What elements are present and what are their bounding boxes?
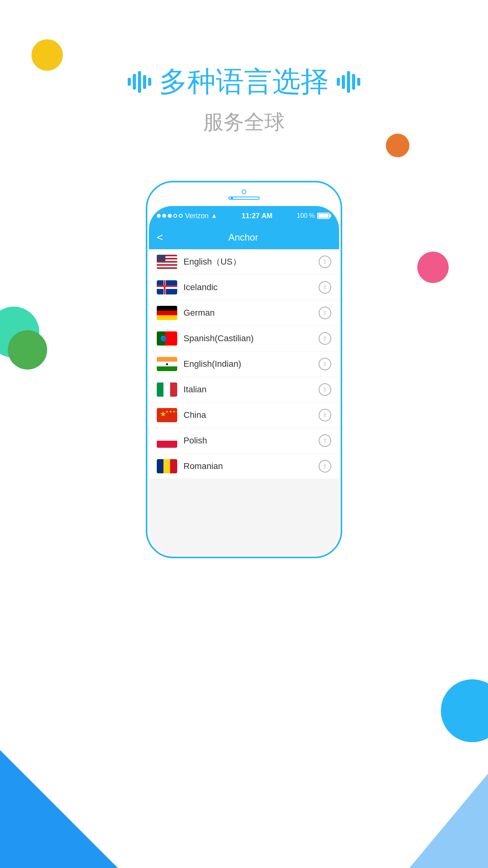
language-item-german[interactable]: German ⇧ bbox=[149, 300, 339, 326]
language-item-english-indian[interactable]: English(Indian) ⇧ bbox=[149, 351, 339, 377]
chevron-up-icon-spanish[interactable]: ⇧ bbox=[319, 332, 331, 345]
phone-speaker bbox=[228, 197, 260, 200]
main-title-text: 多种语言选择 bbox=[159, 63, 329, 101]
language-name-english-us: English（US） bbox=[183, 256, 312, 268]
header-area: 多种语言选择 服务全球 bbox=[0, 63, 488, 136]
language-name-polish: Polish bbox=[183, 436, 312, 446]
back-button[interactable]: < bbox=[157, 231, 163, 244]
flag-cn bbox=[157, 408, 177, 422]
phone-speaker-dot bbox=[231, 197, 233, 199]
battery-tip bbox=[330, 214, 331, 217]
language-item-icelandic[interactable]: Icelandic ⇧ bbox=[149, 275, 339, 300]
flag-us bbox=[157, 255, 177, 269]
signal-dot-4 bbox=[173, 214, 177, 218]
phone-screen: Verizon ▲ 11:27 AM 100 % < Anch bbox=[149, 206, 339, 555]
wave-left-icon bbox=[128, 71, 151, 93]
language-name-romanian: Romanian bbox=[183, 461, 312, 471]
battery-icon bbox=[317, 213, 331, 219]
status-bar: Verizon ▲ 11:27 AM 100 % bbox=[149, 206, 339, 226]
orange-dot-decoration bbox=[386, 134, 409, 157]
carrier-name: Verizon bbox=[185, 212, 209, 220]
signal-dot-2 bbox=[162, 214, 166, 218]
language-name-icelandic: Icelandic bbox=[183, 282, 312, 292]
signal-dot-1 bbox=[157, 214, 161, 218]
status-bar-right: 100 % bbox=[297, 212, 331, 219]
language-name-spanish: Spanish(Castilian) bbox=[183, 333, 312, 344]
blue-circle-decoration bbox=[441, 679, 488, 742]
status-bar-left: Verizon ▲ bbox=[157, 212, 217, 220]
chevron-up-icon-german[interactable]: ⇧ bbox=[319, 307, 331, 319]
language-item-china[interactable]: China ⇧ bbox=[149, 403, 339, 428]
status-time: 11:27 AM bbox=[242, 212, 272, 220]
language-item-romanian[interactable]: Romanian ⇧ bbox=[149, 454, 339, 479]
battery-fill bbox=[318, 214, 328, 218]
phone-frame: Verizon ▲ 11:27 AM 100 % < Anch bbox=[146, 181, 342, 558]
triangle-left-decoration bbox=[0, 671, 118, 868]
language-item-spanish[interactable]: Spanish(Castilian) ⇧ bbox=[149, 326, 339, 351]
language-name-german: German bbox=[183, 308, 312, 318]
chevron-up-icon-italian[interactable]: ⇧ bbox=[319, 383, 331, 396]
nav-title: Anchor bbox=[171, 232, 316, 243]
green-circle-decoration bbox=[8, 330, 47, 370]
chevron-up-icon-china[interactable]: ⇧ bbox=[319, 409, 331, 421]
phone-mockup: Verizon ▲ 11:27 AM 100 % < Anch bbox=[146, 181, 342, 558]
battery-percent: 100 % bbox=[297, 212, 315, 219]
language-item-polish[interactable]: Polish ⇧ bbox=[149, 428, 339, 454]
chevron-up-icon-english-indian[interactable]: ⇧ bbox=[319, 358, 331, 370]
subtitle-text: 服务全球 bbox=[0, 108, 488, 136]
phone-camera-dot bbox=[242, 189, 246, 194]
main-title: 多种语言选择 bbox=[0, 63, 488, 101]
flag-pl bbox=[157, 434, 177, 448]
chevron-up-icon-english-us[interactable]: ⇧ bbox=[319, 256, 331, 268]
flag-pt bbox=[157, 331, 177, 346]
battery-body bbox=[317, 213, 330, 219]
chevron-up-icon-icelandic[interactable]: ⇧ bbox=[319, 281, 331, 294]
language-name-china: China bbox=[183, 410, 312, 420]
signal-dot-3 bbox=[168, 214, 172, 218]
flag-ro bbox=[157, 459, 177, 473]
language-list[interactable]: English（US） ⇧ Icelandic ⇧ German ⇧ Spani… bbox=[149, 249, 339, 555]
language-name-english-indian: English(Indian) bbox=[183, 359, 312, 369]
nav-bar: < Anchor bbox=[149, 226, 339, 249]
language-item-italian[interactable]: Italian ⇧ bbox=[149, 377, 339, 403]
chevron-up-icon-polish[interactable]: ⇧ bbox=[319, 434, 331, 447]
wave-right-icon bbox=[337, 71, 360, 93]
language-item-english-us[interactable]: English（US） ⇧ bbox=[149, 249, 339, 275]
flag-it bbox=[157, 383, 177, 397]
chevron-up-icon-romanian[interactable]: ⇧ bbox=[319, 460, 331, 473]
language-name-italian: Italian bbox=[183, 384, 312, 395]
flag-is bbox=[157, 280, 177, 294]
flag-de bbox=[157, 306, 177, 320]
signal-dots bbox=[157, 214, 183, 218]
pink-dot-decoration bbox=[417, 252, 449, 283]
flag-in bbox=[157, 357, 177, 371]
phone-top-notch bbox=[228, 189, 260, 200]
wifi-icon: ▲ bbox=[211, 212, 217, 219]
signal-dot-5 bbox=[179, 214, 183, 218]
